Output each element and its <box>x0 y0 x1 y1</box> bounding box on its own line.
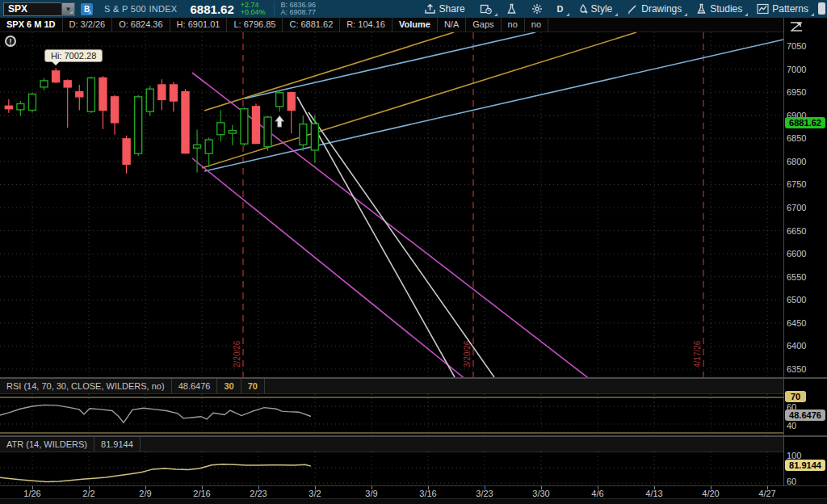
event-marker-label: 4/17/26 <box>693 340 702 368</box>
candle-up[interactable] <box>276 93 283 107</box>
candle-up[interactable] <box>311 124 318 150</box>
toolbar-buttons: ShareDStyleDrawingsStudiesPatterns <box>417 0 816 18</box>
toolbar-button-studies[interactable]: Studies <box>689 0 749 18</box>
toolbar-button-beaker[interactable] <box>499 0 524 18</box>
atr-axis-label: 60 <box>787 477 796 486</box>
toolbar-button-share[interactable]: Share <box>417 0 472 18</box>
rsi-axis-label: 40 <box>787 421 796 430</box>
time-axis[interactable]: 1/262/22/92/162/233/23/93/163/233/304/64… <box>0 485 827 498</box>
time-axis-label: 3/30 <box>532 489 549 498</box>
atr-study-label[interactable]: ATR (14, WILDERS) <box>0 437 94 452</box>
maximize-chart-icon[interactable] <box>789 21 804 36</box>
price-axis-label: 7050 <box>787 41 806 51</box>
candle-down[interactable] <box>123 139 130 164</box>
toolbar-button-report[interactable] <box>472 0 499 18</box>
ohlc-cell: D: 3/2/26 <box>63 18 113 32</box>
price-change-pct: +0.04% <box>241 9 266 16</box>
candle-up[interactable] <box>217 123 225 135</box>
price-axis-label: 6950 <box>787 87 806 97</box>
studies-icon <box>696 3 707 15</box>
info-toggle-volume[interactable]: Volume <box>393 18 438 32</box>
toolbar-button-d[interactable]: D <box>550 0 571 18</box>
toolbar-button-gear[interactable] <box>524 0 550 18</box>
style-icon <box>578 3 588 15</box>
info-toggle-na[interactable]: N/A <box>438 18 466 32</box>
event-marker-label: 2/20/26 <box>233 340 241 368</box>
bid-ask-block: B: 6836.96 A: 6908.77 <box>274 2 317 16</box>
candle-up[interactable] <box>40 81 48 87</box>
last-price-badge: 6881.62 <box>785 117 825 128</box>
candle-up[interactable] <box>28 94 36 110</box>
symbol-dropdown-button[interactable]: ▼ <box>61 2 75 16</box>
candle-up[interactable] <box>300 124 307 145</box>
toolbar-button-drawings[interactable]: Drawings <box>619 0 689 18</box>
symbol-box: SPX ▼ <box>3 2 75 16</box>
toolbar-button-style[interactable]: Style <box>571 0 620 18</box>
atr-plot[interactable] <box>0 452 783 485</box>
rsi-study-label[interactable]: RSI (14, 70, 30, CLOSE, WILDERS, no) <box>0 379 172 393</box>
price-axis-label: 6800 <box>787 157 806 166</box>
main-chart-canvas[interactable]: 2/20/263/20/264/17/26 <box>0 32 783 377</box>
trendline[interactable] <box>297 97 455 377</box>
thinkorswim-chart-window: SPX ▼ B S & P 500 INDEX 6881.62 +2.74 +0… <box>0 0 827 504</box>
candle-down[interactable] <box>52 71 60 82</box>
candle-up[interactable] <box>205 140 212 153</box>
trendline[interactable] <box>202 32 636 168</box>
broker-badge[interactable]: B <box>81 3 93 15</box>
time-scrollbar[interactable] <box>0 498 827 504</box>
atr-current-value: 81.9144 <box>94 437 141 452</box>
candle-up[interactable] <box>229 131 236 133</box>
symbol-description: S & P 500 INDEX <box>104 4 178 14</box>
candle-up[interactable] <box>241 109 248 144</box>
price-axis-label: 6850 <box>787 133 806 143</box>
atr-line <box>0 464 311 482</box>
candle-up[interactable] <box>194 145 201 148</box>
trendline[interactable] <box>204 32 454 111</box>
last-price: 6881.62 <box>191 2 234 16</box>
trendline[interactable] <box>309 112 494 377</box>
info-toggle-no[interactable]: no <box>502 18 525 32</box>
candle-up[interactable] <box>135 97 142 153</box>
trendline[interactable] <box>245 32 535 99</box>
candle-down[interactable] <box>288 93 295 111</box>
toolbar-button-patterns[interactable]: Patterns <box>749 0 816 18</box>
rsi-low-band: 30 <box>217 379 241 393</box>
beaker-icon <box>506 3 517 15</box>
candle-down[interactable] <box>252 107 259 144</box>
time-axis-label: 2/23 <box>250 489 267 498</box>
window-edge-control[interactable] <box>818 2 825 15</box>
up-arrow-signal[interactable] <box>275 116 284 127</box>
candle-down[interactable] <box>158 85 166 99</box>
toolbar-button-label: Share <box>439 3 465 15</box>
high-price-callout: Hi: 7002.28 <box>44 49 103 62</box>
candle-down[interactable] <box>182 92 189 153</box>
candle-down[interactable] <box>99 78 107 110</box>
alert-warning-icon[interactable]: ! <box>5 36 16 47</box>
candle-up[interactable] <box>146 89 153 111</box>
candle-down[interactable] <box>5 106 12 108</box>
candle-up[interactable] <box>17 103 24 109</box>
time-axis-label: 1/26 <box>23 489 40 498</box>
candle-up[interactable] <box>264 117 271 147</box>
toolbar-button-label: Studies <box>710 3 742 15</box>
candle-down[interactable] <box>64 81 71 87</box>
candle-down[interactable] <box>111 97 119 123</box>
ohlc-cell: R: 104.16 <box>340 18 393 32</box>
candle-up[interactable] <box>87 78 94 111</box>
report-icon <box>480 3 492 15</box>
info-toggle-gaps[interactable]: Gaps <box>466 18 501 32</box>
toolbar-button-label: Patterns <box>772 3 808 15</box>
time-axis-label: 4/6 <box>591 489 603 498</box>
atr-chart-svg[interactable] <box>0 452 783 485</box>
rsi-plot[interactable] <box>0 394 783 435</box>
price-axis-label: 7000 <box>787 65 806 74</box>
price-change-block: +2.74 +0.04% <box>241 2 266 16</box>
info-toggle-no[interactable]: no <box>525 18 548 32</box>
candle-down[interactable] <box>76 92 83 97</box>
price-axis-label: 6350 <box>787 364 806 374</box>
candle-down[interactable] <box>170 85 177 101</box>
rsi-chart-svg[interactable] <box>0 394 783 435</box>
candlestick-chart-svg[interactable]: 2/20/263/20/264/17/26 <box>0 32 783 377</box>
symbol-input[interactable]: SPX <box>3 2 61 16</box>
ohlc-cell: C: 6881.62 <box>283 18 340 32</box>
